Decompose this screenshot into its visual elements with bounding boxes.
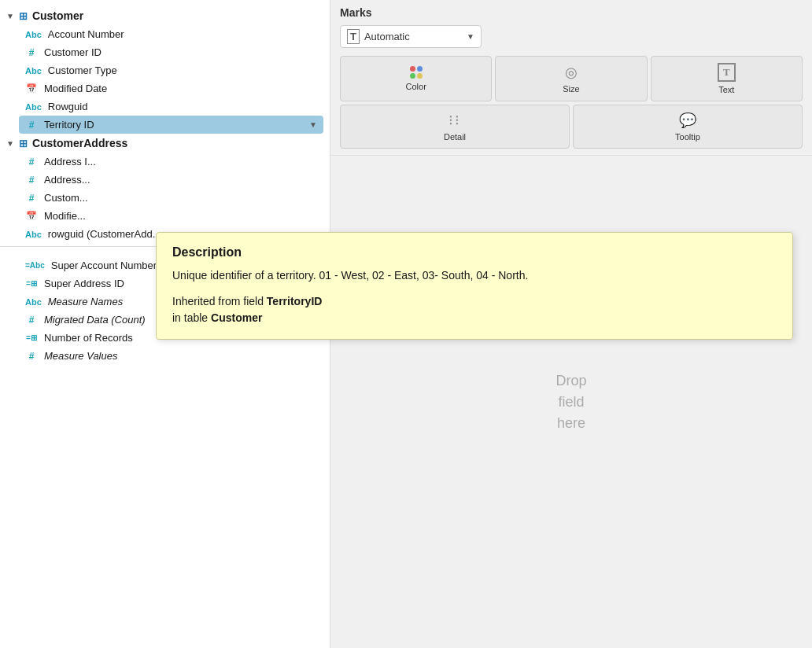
hash-icon-territory: # xyxy=(25,120,38,131)
field-label-customer-type: Customer Type xyxy=(48,64,323,76)
date-icon-modified: 📅 xyxy=(25,83,38,94)
field-customer-type[interactable]: Abc Customer Type xyxy=(0,61,330,79)
field-address-id1[interactable]: # Address I... xyxy=(0,153,330,171)
size-icon: ◎ xyxy=(565,64,578,81)
tooltip-inherited: Inherited from field TerritoryID in tabl… xyxy=(172,293,777,326)
field-label-measure-values: Measure Values xyxy=(44,350,323,362)
size-button[interactable]: ◎ Size xyxy=(495,56,647,101)
size-button-label: Size xyxy=(563,84,579,94)
text-button-label: Text xyxy=(718,85,734,94)
tooltip-popup: Description Unique identifier of a terri… xyxy=(156,232,793,340)
field-label-custom-ca: Custom... xyxy=(44,192,323,204)
detail-icon: ⁝⁝ xyxy=(448,112,461,129)
hash-icon-address2: # xyxy=(25,175,38,186)
customer-table-icon: ⊞ xyxy=(19,10,28,22)
field-label-modified-ca: Modifie... xyxy=(44,210,323,222)
hash-icon-address1: # xyxy=(25,156,38,168)
tooltip-inherited-line1: Inherited from field xyxy=(172,295,264,307)
color-dots-icon xyxy=(408,66,425,79)
hash-icon-custom-ca: # xyxy=(25,193,38,204)
tooltip-field-name: TerritoryID xyxy=(267,295,323,307)
abc-icon-rowguid-ca: Abc xyxy=(25,230,42,239)
color-button-label: Color xyxy=(406,82,426,91)
tooltip-button[interactable]: 💬 Tooltip xyxy=(573,105,803,149)
field-label-modified-date: Modified Date xyxy=(44,83,323,94)
field-label-account-number: Account Number xyxy=(48,28,323,40)
customer-group-label: Customer xyxy=(32,9,83,22)
abc-icon-account: Abc xyxy=(25,30,42,39)
field-modified-ca[interactable]: 📅 Modifie... xyxy=(0,207,330,225)
abc-icon-customer-type: Abc xyxy=(25,66,42,75)
customer-address-group-label: CustomerAddress xyxy=(32,137,127,149)
drop-zone: Drop field here xyxy=(330,156,812,648)
tooltip-icon: 💬 xyxy=(679,112,696,129)
customer-group-header[interactable]: ▼ ⊞ Customer xyxy=(0,6,330,25)
customer-address-chevron-icon[interactable]: ▼ xyxy=(6,139,14,148)
detail-button[interactable]: ⁝⁝ Detail xyxy=(340,105,570,149)
customer-address-table-icon: ⊞ xyxy=(19,138,28,149)
tooltip-inherited-line2: in table xyxy=(172,311,208,324)
hash-icon-customer-id: # xyxy=(25,47,38,58)
drop-line3: here xyxy=(557,415,585,431)
dot-yellow xyxy=(417,73,423,79)
left-panel: ▼ ⊞ Customer Abc Account Number # Custom… xyxy=(0,0,330,648)
field-label-rowguid: Rowguid xyxy=(48,101,323,112)
customer-chevron-icon[interactable]: ▼ xyxy=(6,12,14,20)
field-territory-id[interactable]: # Territory ID ▼ xyxy=(19,116,323,134)
eq-hash-icon-super-address: =⊞ xyxy=(25,279,38,288)
customer-address-group-header[interactable]: ▼ ⊞ CustomerAddress xyxy=(0,134,330,153)
field-address-id2[interactable]: # Address... xyxy=(0,171,330,189)
tooltip-description: Unique identifier of a territory. 01 - W… xyxy=(172,267,777,284)
marks-title: Marks xyxy=(340,6,803,19)
tooltip-title: Description xyxy=(172,245,777,260)
marks-type-dropdown[interactable]: T Automatic ▼ xyxy=(340,25,482,48)
text-button[interactable]: T Text xyxy=(651,56,803,101)
dot-green xyxy=(410,73,415,79)
marks-dropdown-arrow-icon: ▼ xyxy=(467,32,474,41)
marks-dropdown-label: Automatic xyxy=(364,31,462,42)
field-modified-date[interactable]: 📅 Modified Date xyxy=(0,79,330,98)
eq-abc-icon-super-account: =Abc xyxy=(25,261,45,270)
tooltip-table-name: Customer xyxy=(211,311,262,324)
hash-icon-migrated: # xyxy=(25,315,38,326)
detail-button-label: Detail xyxy=(444,132,466,142)
field-rowguid[interactable]: Abc Rowguid xyxy=(0,98,330,116)
color-button[interactable]: Color xyxy=(340,56,492,101)
hash-icon-measure-values: # xyxy=(25,351,38,362)
marks-buttons-row2: ⁝⁝ Detail 💬 Tooltip xyxy=(340,105,803,149)
abc-icon-rowguid: Abc xyxy=(25,102,42,112)
dot-red xyxy=(410,66,415,72)
field-label-territory-id: Territory ID xyxy=(44,119,303,131)
field-custom-ca[interactable]: # Custom... xyxy=(0,189,330,207)
field-label-address-id1: Address I... xyxy=(44,156,323,168)
marks-section: Marks T Automatic ▼ Color ◎ Size xyxy=(330,0,812,156)
eq-hash-icon-records: =⊞ xyxy=(25,333,38,342)
drop-line2: field xyxy=(558,394,584,410)
text-icon: T xyxy=(718,63,736,82)
dot-blue xyxy=(417,66,423,72)
field-label-customer-id: Customer ID xyxy=(44,46,323,58)
date-icon-modified-ca: 📅 xyxy=(25,211,38,221)
drop-line1: Drop xyxy=(555,373,586,388)
abc-icon-measure-names: Abc xyxy=(25,297,42,307)
field-measure-values[interactable]: # Measure Values xyxy=(0,347,330,365)
automatic-text-icon: T xyxy=(347,29,360,44)
field-label-address-id2: Address... xyxy=(44,174,323,186)
marks-buttons-row1: Color ◎ Size T Text xyxy=(340,56,803,101)
tooltip-button-label: Tooltip xyxy=(675,132,700,142)
field-account-number[interactable]: Abc Account Number xyxy=(0,25,330,43)
field-customer-id[interactable]: # Customer ID xyxy=(0,43,330,61)
territory-dropdown-arrow-icon[interactable]: ▼ xyxy=(309,120,317,129)
drop-text: Drop field here xyxy=(555,370,586,434)
